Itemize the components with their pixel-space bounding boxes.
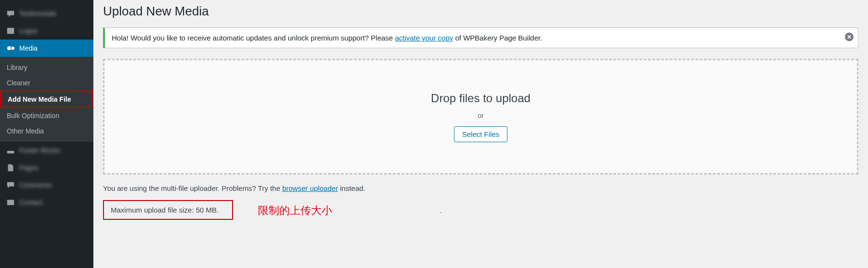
svg-rect-0 (7, 28, 14, 34)
sidebar-item-comments[interactable]: Comments (0, 176, 93, 194)
svg-point-1 (7, 46, 11, 50)
upload-dropzone[interactable]: Drop files to upload or Select Files (103, 59, 858, 174)
notice-text-before: Hola! Would you like to receive automati… (112, 34, 395, 42)
admin-sidebar: Testimonials Logos Media Library Cleaner… (0, 0, 93, 268)
uploader-help-text: You are using the multi-file uploader. P… (103, 184, 858, 192)
max-upload-size: Maximum upload file size: 50 MB. (103, 200, 233, 220)
sidebar-item-footer-blocks[interactable]: Footer Blocks (0, 142, 93, 159)
mail-icon (6, 198, 15, 207)
sidebar-item-label: Logos (19, 27, 38, 35)
main-content: Upload New Media Hola! Would you like to… (93, 0, 868, 268)
sidebar-item-label: Comments (19, 181, 52, 189)
page-icon (6, 163, 15, 173)
chat-icon (6, 9, 15, 18)
admin-notice: Hola! Would you like to receive automati… (103, 27, 858, 48)
activate-link[interactable]: activate your copy (395, 34, 453, 42)
page-title: Upload New Media (103, 4, 858, 19)
or-separator: or (478, 112, 483, 120)
block-icon (6, 146, 15, 155)
sidebar-item-label: Pages (19, 164, 39, 172)
annotation-label: 限制的上传大小 (258, 203, 332, 218)
select-files-button[interactable]: Select Files (454, 126, 508, 142)
submenu-item-other-media[interactable]: Other Media (0, 123, 93, 139)
sidebar-item-media[interactable]: Media (0, 40, 93, 57)
submenu-item-add-new[interactable]: Add New Media File (0, 91, 93, 108)
sidebar-item-label: Footer Blocks (19, 147, 61, 154)
sidebar-item-label: Contact (19, 199, 42, 206)
media-icon (6, 43, 15, 53)
submenu-item-bulk-opt[interactable]: Bulk Optimization (0, 108, 93, 123)
notice-text-after: of WPBakery Page Builder. (453, 34, 542, 42)
submenu-item-library[interactable]: Library (0, 60, 93, 75)
sidebar-item-testimonials[interactable]: Testimonials (0, 5, 93, 22)
image-icon (6, 26, 15, 36)
sidebar-item-label: Testimonials (19, 10, 56, 17)
dismiss-icon[interactable] (844, 32, 854, 44)
submenu-item-cleaner[interactable]: Cleaner (0, 75, 93, 91)
sidebar-item-pages[interactable]: Pages (0, 159, 93, 176)
sidebar-item-label: Media (19, 44, 38, 52)
sidebar-item-logos[interactable]: Logos (0, 22, 93, 40)
browser-uploader-link[interactable]: browser uploader (282, 184, 338, 192)
media-submenu: Library Cleaner Add New Media File Bulk … (0, 57, 93, 142)
annotation-dot: . (440, 207, 442, 214)
sidebar-item-contact[interactable]: Contact (0, 194, 93, 211)
comment-icon (6, 180, 15, 190)
help-after: instead. (338, 184, 365, 192)
help-before: You are using the multi-file uploader. P… (103, 184, 282, 192)
drop-instruction: Drop files to upload (431, 92, 531, 105)
svg-rect-2 (7, 151, 14, 153)
